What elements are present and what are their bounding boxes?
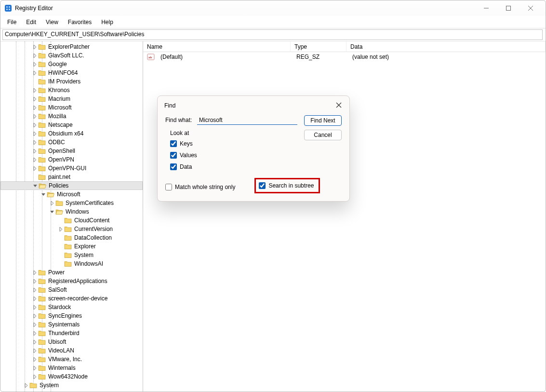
tree-item[interactable]: OpenShell	[0, 147, 143, 155]
dialog-titlebar[interactable]: Find	[158, 96, 349, 115]
menu-help[interactable]: Help	[96, 17, 118, 27]
chevron-right-icon[interactable]	[31, 45, 38, 49]
chevron-down-icon[interactable]	[32, 184, 39, 188]
tree-item[interactable]: Thunderbird	[0, 329, 143, 338]
tree-item[interactable]: Microsoft	[0, 190, 143, 199]
chevron-right-icon[interactable]	[31, 357, 38, 362]
tree-item[interactable]: screen-recorder-device	[0, 294, 143, 303]
value-row[interactable]: (Default) REG_SZ (value not set)	[143, 52, 546, 62]
tree-item[interactable]: ExplorerPatcher	[0, 42, 143, 51]
tree-item[interactable]: SalSoft	[0, 285, 143, 294]
chevron-right-icon[interactable]	[31, 158, 38, 162]
menu-view[interactable]: View	[41, 17, 63, 27]
tree-item[interactable]: System	[0, 381, 143, 390]
chevron-right-icon[interactable]	[31, 123, 38, 127]
find-next-button[interactable]: Find Next	[304, 115, 342, 126]
tree-item[interactable]: Policies	[0, 181, 143, 190]
minimize-button[interactable]	[475, 0, 497, 16]
folder-icon	[38, 321, 46, 328]
menu-file[interactable]: File	[2, 17, 21, 27]
tree-item[interactable]: Obsidium x64	[0, 129, 143, 138]
chevron-right-icon[interactable]	[23, 383, 29, 388]
tree-item[interactable]: ODBC	[0, 138, 143, 147]
checkbox-match-whole[interactable]	[165, 184, 172, 190]
checkbox-values[interactable]	[170, 152, 177, 159]
checkbox-data[interactable]	[170, 163, 177, 170]
chevron-right-icon[interactable]	[31, 54, 38, 58]
chevron-right-icon[interactable]	[31, 149, 38, 153]
chevron-right-icon[interactable]	[49, 201, 55, 205]
chevron-right-icon[interactable]	[31, 297, 38, 301]
tree-item[interactable]: Wow6432Node	[0, 372, 143, 381]
tree-item[interactable]: Sysinternals	[0, 320, 143, 329]
chevron-right-icon[interactable]	[31, 114, 38, 119]
tree-item[interactable]: Power	[0, 268, 143, 277]
tree-item[interactable]: Macrium	[0, 95, 143, 103]
tree-item[interactable]: System	[0, 251, 143, 259]
chevron-right-icon[interactable]	[31, 314, 38, 318]
chevron-right-icon[interactable]	[31, 166, 38, 171]
chevron-down-icon[interactable]	[49, 210, 55, 214]
tree-item[interactable]: CurrentVersion	[0, 225, 143, 233]
chevron-right-icon[interactable]	[31, 140, 38, 145]
close-button[interactable]	[519, 0, 542, 16]
tree-item[interactable]: Explorer	[0, 242, 143, 251]
tree-item[interactable]: IM Providers	[0, 77, 143, 86]
chevron-right-icon[interactable]	[31, 62, 38, 67]
menu-edit[interactable]: Edit	[21, 17, 41, 27]
tree-item[interactable]: WindowsAI	[0, 259, 143, 268]
chevron-right-icon[interactable]	[57, 227, 64, 231]
chevron-right-icon[interactable]	[31, 375, 38, 379]
tree-item[interactable]: VMware, Inc.	[0, 355, 143, 364]
chevron-right-icon[interactable]	[31, 288, 38, 292]
tree-item[interactable]: CloudContent	[0, 216, 143, 225]
tree-item[interactable]: RegisteredApplications	[0, 277, 143, 285]
col-name[interactable]: Name	[143, 41, 291, 52]
col-type[interactable]: Type	[291, 41, 346, 52]
tree-item[interactable]: Uninstall	[0, 390, 143, 392]
chevron-right-icon[interactable]	[31, 305, 38, 310]
tree-item[interactable]: Netscape	[0, 121, 143, 129]
tree-item[interactable]: DataCollection	[0, 233, 143, 242]
tree-item[interactable]: HWiNFO64	[0, 68, 143, 77]
tree-item[interactable]: Windows	[0, 207, 143, 216]
tree-item[interactable]: paint.net	[0, 173, 143, 181]
chevron-right-icon[interactable]	[31, 270, 38, 275]
tree-item[interactable]: OpenVPN	[0, 155, 143, 164]
tree-item[interactable]: Winternals	[0, 364, 143, 372]
chevron-right-icon[interactable]	[31, 331, 38, 336]
tree-item[interactable]: VideoLAN	[0, 346, 143, 355]
checkbox-keys[interactable]	[170, 140, 177, 147]
tree-item[interactable]: Ubisoft	[0, 338, 143, 346]
value-list-pane[interactable]: Name Type Data (Default) REG_SZ (value n…	[143, 41, 546, 392]
menu-favorites[interactable]: Favorites	[63, 17, 96, 27]
find-what-input[interactable]	[197, 115, 297, 125]
chevron-right-icon[interactable]	[31, 323, 38, 327]
tree-pane[interactable]: ExplorerPatcherGlavSoft LLC.GoogleHWiNFO…	[0, 41, 143, 392]
chevron-right-icon[interactable]	[31, 71, 38, 75]
chevron-right-icon[interactable]	[31, 97, 38, 101]
chevron-right-icon[interactable]	[31, 88, 38, 93]
maximize-button[interactable]	[497, 0, 519, 16]
tree-item[interactable]: Mozilla	[0, 112, 143, 121]
address-bar[interactable]: Computer\HKEY_CURRENT_USER\Software\Poli…	[2, 29, 543, 40]
checkbox-search-subtree[interactable]	[259, 182, 266, 189]
tree-item[interactable]: Microsoft	[0, 103, 143, 112]
col-data[interactable]: Data	[346, 41, 546, 52]
tree-item[interactable]: GlavSoft LLC.	[0, 51, 143, 60]
chevron-right-icon[interactable]	[31, 106, 38, 110]
tree-item[interactable]: OpenVPN-GUI	[0, 164, 143, 173]
chevron-right-icon[interactable]	[31, 366, 38, 370]
tree-item[interactable]: Khronos	[0, 86, 143, 95]
chevron-right-icon[interactable]	[31, 279, 38, 284]
chevron-right-icon[interactable]	[31, 340, 38, 344]
cancel-button[interactable]: Cancel	[304, 130, 342, 140]
tree-item[interactable]: SyncEngines	[0, 311, 143, 320]
tree-item[interactable]: SystemCertificates	[0, 199, 143, 207]
chevron-down-icon[interactable]	[40, 192, 47, 197]
tree-item[interactable]: Google	[0, 60, 143, 68]
tree-item[interactable]: Stardock	[0, 303, 143, 311]
dialog-close-icon[interactable]	[336, 102, 343, 109]
chevron-right-icon[interactable]	[31, 132, 38, 136]
chevron-right-icon[interactable]	[31, 349, 38, 353]
